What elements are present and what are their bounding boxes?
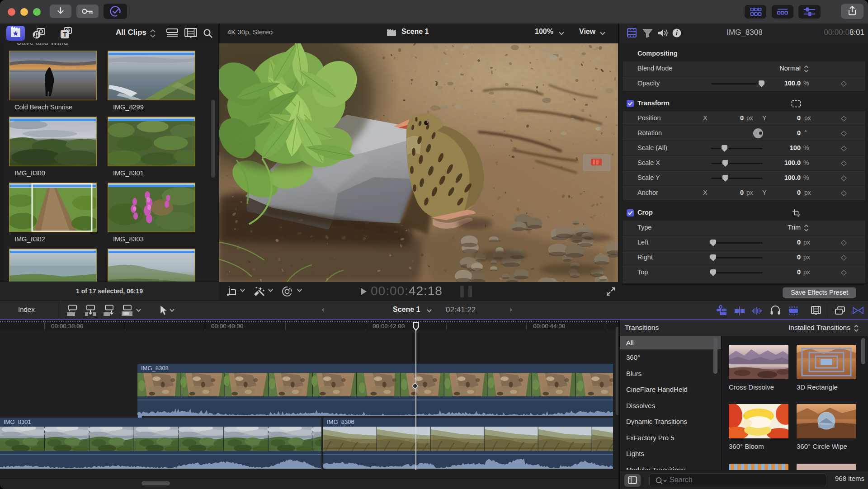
svg-text:T: T <box>63 30 67 38</box>
